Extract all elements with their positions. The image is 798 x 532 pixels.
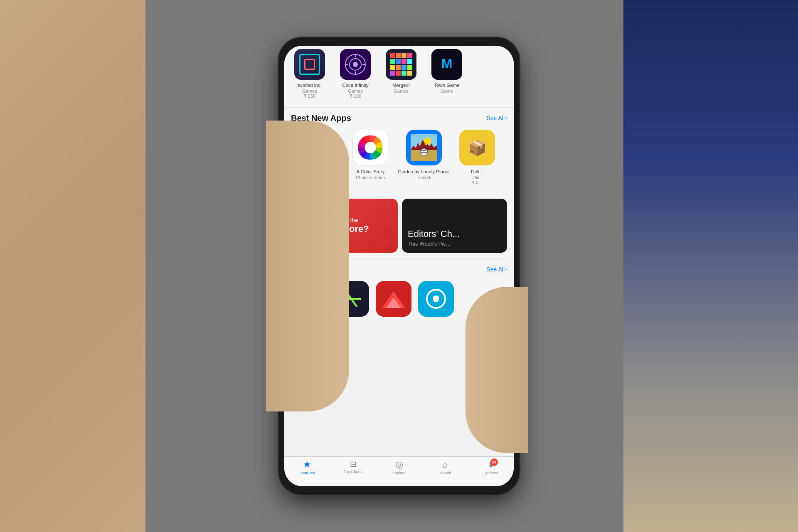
game-name-merged: Merged!	[392, 82, 410, 89]
app-category-lonelyplanet: Travel	[418, 175, 430, 180]
app-name-lonelyplanet: Guides by Lonely Planet	[398, 169, 450, 175]
hot-this-week-see-all[interactable]: See All ›	[486, 266, 507, 273]
app-price-delivery: ₹ 3...	[472, 180, 482, 185]
svg-rect-35	[411, 134, 437, 140]
tab-item-top-charts[interactable]: ⊟ Top Charts	[330, 460, 376, 474]
hot-chevron-icon: ›	[505, 266, 507, 272]
editors-choice-title: Editors' Ch...	[408, 229, 501, 239]
game-item-merged[interactable]: Merged! Games	[382, 49, 420, 99]
svg-rect-16	[407, 59, 412, 64]
game-item-circa[interactable]: Circa Infinity Games ₹ 190	[337, 49, 374, 99]
svg-rect-15	[401, 59, 406, 64]
game-name-circa: Circa Infinity	[342, 82, 368, 89]
tab-label-explore: Explore	[392, 470, 406, 475]
tab-label-search: Search	[438, 470, 451, 475]
game-item-town[interactable]: M Town Game Game	[428, 49, 466, 99]
svg-rect-23	[401, 71, 406, 76]
games-scroll[interactable]: twofold inc. Games ₹ 250	[291, 46, 507, 102]
gift-icon-3: 📍	[382, 203, 394, 214]
phone-wrapper: twofold inc. Games ₹ 250	[278, 37, 520, 495]
svg-text:lonely: lonely	[421, 149, 427, 151]
twofold-decoration	[299, 54, 320, 75]
search-icon: ⌕	[442, 460, 448, 469]
compass-icon: ◎	[395, 460, 403, 469]
updates-icon: ⬇ 29	[487, 460, 495, 469]
svg-rect-19	[401, 65, 406, 70]
app-category-colorstory: Photo & Video	[356, 175, 385, 180]
game-icon-circa	[340, 49, 371, 80]
tab-label-featured: Featured	[299, 470, 315, 475]
updates-badge: 29	[490, 458, 498, 466]
app-icon-delivery: 📦	[459, 130, 495, 165]
tab-label-top-charts: Top Charts	[344, 469, 363, 474]
app-item-delivery[interactable]: 📦 Deli... Utili... ₹ 3...	[456, 130, 498, 185]
tab-bar: ★ Featured ⊟ Top Charts ◎ Explore ⌕ Sear…	[284, 456, 514, 486]
game-price-twofold: ₹ 250	[304, 94, 315, 99]
game-icon-twofold	[294, 49, 325, 80]
app-icon-colorstory	[352, 130, 388, 165]
svg-rect-12	[407, 53, 412, 58]
tab-item-explore[interactable]: ◎ Explore	[376, 460, 422, 475]
svg-rect-11	[401, 53, 406, 58]
game-category-twofold: Games	[302, 89, 317, 94]
app-name-delivery: Deli...	[471, 169, 483, 175]
svg-rect-43	[411, 158, 437, 160]
game-category-circa: Games	[348, 89, 362, 94]
game-category-town: Game	[441, 89, 453, 94]
svg-rect-20	[407, 65, 412, 70]
see-all-label: See All	[486, 115, 505, 121]
hot-app-icon-4[interactable]	[418, 281, 454, 317]
tab-item-search[interactable]: ⌕ Search	[422, 460, 468, 475]
game-item-twofold[interactable]: twofold inc. Games ₹ 250	[291, 49, 328, 99]
svg-rect-10	[396, 53, 401, 58]
best-new-apps-see-all[interactable]: See All ›	[486, 115, 507, 121]
tab-label-updates: Updates	[483, 470, 498, 475]
app-name-colorstory: A Color Story	[356, 169, 384, 175]
svg-point-31	[365, 142, 376, 153]
svg-point-3	[353, 62, 358, 67]
svg-rect-14	[396, 59, 401, 64]
app-item-lonelyplanet[interactable]: lonely planet Guides by Lonely Planet Tr…	[398, 130, 450, 185]
hot-see-all-label: See All	[486, 266, 505, 273]
app-icon-lonelyplanet: lonely planet	[406, 130, 442, 165]
hot-app-icon-3[interactable]	[376, 281, 411, 317]
svg-point-58	[433, 296, 439, 302]
promo-editors-choice[interactable]: Editors' Ch... This Week's Pic...	[402, 199, 507, 253]
game-icon-town: M	[431, 49, 462, 80]
tab-item-updates[interactable]: ⬇ 29 Updates	[468, 460, 514, 475]
app-item-colorstory[interactable]: A Color Story Photo & Video	[350, 130, 391, 185]
svg-rect-22	[396, 71, 401, 76]
app-category-delivery: Utili...	[471, 175, 483, 180]
background-left	[0, 0, 166, 532]
game-name-town: Town Game	[434, 82, 459, 89]
svg-rect-18	[396, 65, 401, 70]
editors-choice-sub: This Week's Pic...	[408, 241, 501, 247]
svg-rect-9	[390, 53, 395, 58]
svg-text:planet: planet	[421, 152, 427, 154]
svg-text:M: M	[441, 56, 453, 71]
tab-item-featured[interactable]: ★ Featured	[284, 460, 330, 475]
game-icon-merged	[386, 49, 416, 80]
top-games-section: twofold inc. Games ₹ 250	[284, 46, 514, 108]
game-price-circa: ₹ 190	[350, 94, 361, 99]
chevron-right-icon: ›	[505, 115, 507, 121]
hand-left	[266, 121, 349, 411]
hand-right	[466, 287, 528, 453]
game-name-twofold: twofold inc.	[298, 82, 322, 89]
gift-icon-4: 📌	[379, 239, 389, 249]
star-icon: ★	[303, 460, 311, 469]
svg-rect-21	[390, 71, 395, 76]
svg-rect-13	[390, 59, 395, 64]
list-icon: ⊟	[350, 460, 357, 468]
svg-rect-24	[407, 71, 412, 76]
game-category-merged: Games	[394, 89, 408, 94]
svg-text:📦: 📦	[468, 139, 486, 157]
svg-rect-17	[390, 65, 395, 70]
